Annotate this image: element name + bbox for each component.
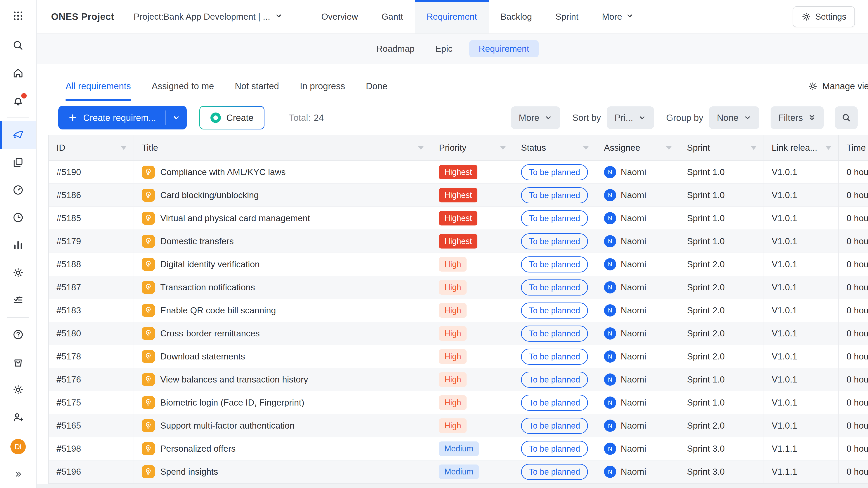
row-sprint-cell[interactable]: Sprint 1.0 <box>679 184 764 206</box>
priority-badge[interactable]: Highest <box>439 165 477 179</box>
status-pill[interactable]: To be planned <box>521 256 588 272</box>
row-status-cell[interactable]: To be planned <box>513 368 596 391</box>
priority-badge[interactable]: High <box>439 349 467 363</box>
row-sprint-cell[interactable]: Sprint 1.0 <box>679 230 764 253</box>
sort-caret-icon[interactable] <box>750 146 757 150</box>
row-sprint-cell[interactable]: Sprint 3.0 <box>679 460 764 483</box>
row-status-cell[interactable]: To be planned <box>513 253 596 275</box>
status-pill[interactable]: To be planned <box>521 326 588 341</box>
row-release-cell[interactable]: V1.0.1 <box>764 276 839 299</box>
row-title[interactable]: Personalized offers <box>160 444 236 454</box>
table-row[interactable]: #5179Domestic transfersHighestTo be plan… <box>49 230 868 253</box>
clock-icon[interactable] <box>0 204 36 231</box>
row-time-cell[interactable]: 0 hour <box>839 345 868 368</box>
row-title[interactable]: Card blocking/unblocking <box>160 190 259 200</box>
tab-not-started[interactable]: Not started <box>235 81 279 101</box>
table-row[interactable]: #5165Support multi-factor authentication… <box>49 414 868 437</box>
document-copy-icon[interactable] <box>0 149 36 176</box>
nav-requirement[interactable]: Requirement <box>415 0 489 33</box>
row-sprint-cell[interactable]: Sprint 1.0 <box>679 161 764 184</box>
row-title-cell[interactable]: Digital identity verification <box>134 253 431 275</box>
row-title-cell[interactable]: Domestic transfers <box>134 230 431 253</box>
row-priority-cell[interactable]: High <box>431 414 513 437</box>
row-priority-cell[interactable]: High <box>431 299 513 322</box>
user-avatar[interactable]: Di <box>0 433 36 460</box>
row-priority-cell[interactable]: High <box>431 322 513 345</box>
table-row[interactable]: #5190Compliance with AML/KYC lawsHighest… <box>49 161 868 184</box>
column-header-release[interactable]: Link relea... <box>764 135 839 160</box>
row-time-cell[interactable]: 0 hour <box>839 391 868 414</box>
row-sprint-cell[interactable]: Sprint 1.0 <box>679 368 764 391</box>
row-release-cell[interactable]: V1.1.1 <box>764 460 839 483</box>
row-time-cell[interactable]: 0 hour <box>839 460 868 483</box>
nav-overview[interactable]: Overview <box>309 0 370 33</box>
sort-by-dropdown[interactable]: Pri... <box>607 106 654 129</box>
tab-done[interactable]: Done <box>366 81 388 101</box>
row-priority-cell[interactable]: Highest <box>431 161 513 184</box>
row-title[interactable]: Cross-border remittances <box>160 328 260 338</box>
table-row[interactable]: #5175Biometric login (Face ID, Fingerpri… <box>49 391 868 414</box>
table-row[interactable]: #5176View balances and transaction histo… <box>49 368 868 391</box>
project-plane-icon[interactable] <box>0 121 36 149</box>
row-release-cell[interactable]: V1.0.1 <box>764 299 839 322</box>
status-pill[interactable]: To be planned <box>521 302 588 319</box>
row-time-cell[interactable]: 0 hour <box>839 184 868 206</box>
row-sprint-cell[interactable]: Sprint 2.0 <box>679 414 764 437</box>
row-priority-cell[interactable]: Medium <box>431 437 513 460</box>
row-status-cell[interactable]: To be planned <box>513 322 596 345</box>
sort-caret-icon[interactable] <box>418 146 424 150</box>
row-title[interactable]: Spend insights <box>160 467 218 477</box>
row-title-cell[interactable]: Download statements <box>134 345 431 368</box>
row-status-cell[interactable]: To be planned <box>513 161 596 184</box>
row-assignee-cell[interactable]: NNaomi <box>596 368 679 391</box>
row-priority-cell[interactable]: High <box>431 345 513 368</box>
create-dropdown-caret[interactable] <box>166 106 187 129</box>
status-pill[interactable]: To be planned <box>521 187 588 203</box>
priority-badge[interactable]: Highest <box>439 234 477 248</box>
table-row[interactable]: #5187Transaction notificationsHighTo be … <box>49 276 868 299</box>
status-pill[interactable]: To be planned <box>521 464 588 480</box>
row-release-cell[interactable]: V1.0.1 <box>764 161 839 184</box>
add-user-icon[interactable] <box>0 403 36 431</box>
priority-badge[interactable]: High <box>439 326 467 340</box>
subnav-epic[interactable]: Epic <box>425 44 463 54</box>
priority-badge[interactable]: High <box>439 372 467 387</box>
row-assignee-cell[interactable]: NNaomi <box>596 345 679 368</box>
row-sprint-cell[interactable]: Sprint 1.0 <box>679 207 764 230</box>
row-title[interactable]: Download statements <box>160 352 245 361</box>
group-by-dropdown[interactable]: None <box>709 106 759 129</box>
collapse-icon[interactable] <box>0 460 36 488</box>
row-title-cell[interactable]: Virtual and physical card management <box>134 207 431 230</box>
row-title[interactable]: Support multi-factor authentication <box>160 421 294 431</box>
row-release-cell[interactable]: V1.0.1 <box>764 322 839 345</box>
status-pill[interactable]: To be planned <box>521 210 588 226</box>
sort-caret-icon[interactable] <box>121 146 127 150</box>
priority-badge[interactable]: Highest <box>439 211 477 225</box>
row-time-cell[interactable]: 0 hour <box>839 207 868 230</box>
project-selector[interactable]: Project:Bank App Development | ... <box>133 12 283 22</box>
row-title[interactable]: View balances and transaction history <box>160 375 308 385</box>
help-icon[interactable] <box>0 321 36 348</box>
row-title[interactable]: Digital identity verification <box>160 259 260 269</box>
row-status-cell[interactable]: To be planned <box>513 184 596 206</box>
column-header-status[interactable]: Status <box>513 135 596 160</box>
row-time-cell[interactable]: 0 hour <box>839 437 868 460</box>
row-release-cell[interactable]: V1.0.1 <box>764 414 839 437</box>
tab-in-progress[interactable]: In progress <box>300 81 345 101</box>
sort-caret-icon[interactable] <box>666 146 672 150</box>
row-status-cell[interactable]: To be planned <box>513 437 596 460</box>
table-row[interactable]: #5196Spend insightsMediumTo be plannedNN… <box>49 460 868 484</box>
row-title-cell[interactable]: Card blocking/unblocking <box>134 184 431 206</box>
row-time-cell[interactable]: 0 hour <box>839 253 868 275</box>
nav-backlog[interactable]: Backlog <box>489 0 544 33</box>
status-pill[interactable]: To be planned <box>521 418 588 434</box>
row-assignee-cell[interactable]: NNaomi <box>596 230 679 253</box>
column-header-time[interactable]: Time <box>839 135 868 160</box>
row-assignee-cell[interactable]: NNaomi <box>596 391 679 414</box>
row-title-cell[interactable]: Cross-border remittances <box>134 322 431 345</box>
more-dropdown[interactable]: More <box>511 106 560 129</box>
priority-badge[interactable]: High <box>439 280 467 294</box>
status-pill[interactable]: To be planned <box>521 280 588 295</box>
row-assignee-cell[interactable]: NNaomi <box>596 460 679 483</box>
row-title-cell[interactable]: Personalized offers <box>134 437 431 460</box>
